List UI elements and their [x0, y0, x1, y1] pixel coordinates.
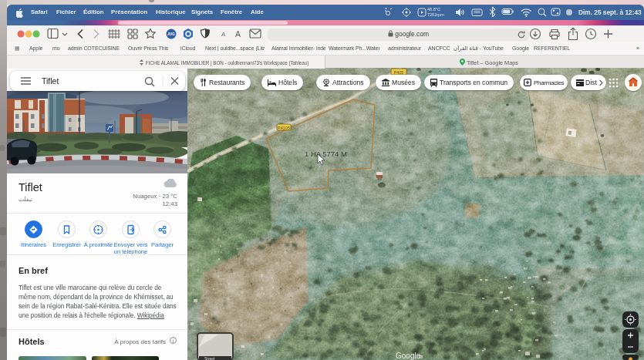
svg-text:48.8°C: 48.8°C: [427, 7, 440, 12]
svg-text:Tiflet: Tiflet: [42, 76, 59, 86]
svg-text:A: A: [221, 31, 226, 38]
svg-text:AVG: AVG: [167, 32, 175, 36]
svg-text:Street: Street: [204, 356, 215, 360]
svg-text:7262rpm: 7262rpm: [427, 12, 444, 17]
svg-text:A: A: [235, 29, 241, 39]
svg-text:P405: P405: [394, 70, 404, 75]
svg-text:1 HA 5774 M: 1 HA 5774 M: [305, 150, 347, 158]
svg-text:P4105: P4105: [278, 126, 290, 130]
svg-text:Google: Google: [396, 352, 421, 360]
